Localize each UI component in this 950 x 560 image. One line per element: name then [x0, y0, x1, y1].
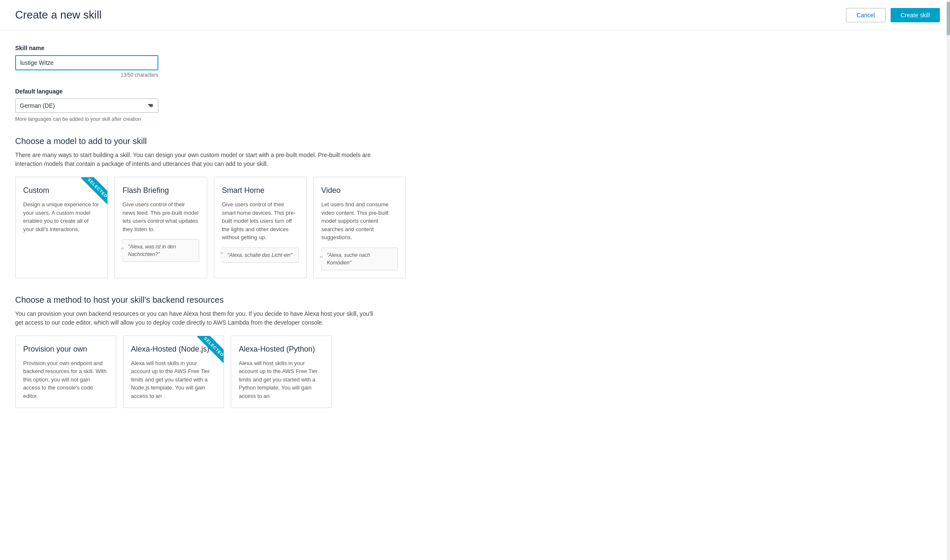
model-card-flash-briefing-desc: Give users control of their news feed. T…: [123, 200, 199, 233]
hosting-card-provision-title: Provision your own: [23, 344, 108, 355]
language-select-wrapper: German (DE) English (US) English (UK) Fr…: [15, 99, 158, 113]
skill-name-group: Skill name 13/50 characters: [15, 44, 532, 79]
hosting-card-python[interactable]: Alexa-Hosted (Python) Alexa will host sk…: [231, 336, 332, 408]
model-section-title: Choose a model to add to your skill: [15, 135, 532, 147]
char-count: 13/50 characters: [15, 71, 158, 79]
skill-name-label: Skill name: [15, 44, 532, 53]
scrollbar[interactable]: [947, 0, 950, 421]
model-card-custom[interactable]: SELECTED Custom Design a unique experien…: [15, 177, 108, 278]
model-section-desc: There are many ways to start building a …: [15, 151, 377, 168]
skill-name-input[interactable]: [15, 55, 158, 70]
model-card-smart-home-title: Smart Home: [222, 185, 299, 196]
default-language-label: Default language: [15, 87, 532, 96]
hosting-section-desc: You can provision your own backend resou…: [15, 309, 377, 327]
page-title: Create a new skill: [15, 7, 101, 23]
model-card-smart-home-example: "Alexa, schalte das Licht ein": [222, 248, 299, 263]
hosting-card-python-title: Alexa-Hosted (Python): [239, 344, 324, 355]
model-card-flash-briefing[interactable]: Flash Briefing Give users control of the…: [115, 177, 207, 278]
selected-badge-text-custom: SELECTED: [81, 177, 107, 205]
hosting-section-title: Choose a method to host your skill's bac…: [15, 293, 532, 306]
model-cards-container: SELECTED Custom Design a unique experien…: [15, 177, 532, 278]
hosting-card-python-desc: Alexa will host skills in your account u…: [239, 359, 324, 400]
create-skill-button[interactable]: Create skill: [891, 8, 940, 22]
scrollbar-thumb[interactable]: [947, 2, 950, 35]
model-card-flash-briefing-example: "Alexa, was ist in den Nachrichten?": [123, 239, 199, 262]
selected-badge-custom: SELECTED: [74, 177, 107, 211]
language-select[interactable]: German (DE) English (US) English (UK) Fr…: [15, 99, 158, 113]
cancel-button[interactable]: Cancel: [846, 8, 886, 22]
model-card-flash-briefing-title: Flash Briefing: [123, 185, 199, 196]
hosting-cards-container: Provision your own Provision your own en…: [15, 336, 532, 408]
model-card-smart-home[interactable]: Smart Home Give users control of their s…: [214, 177, 307, 278]
model-card-video-example: "Alexa, suche nach Komödien": [321, 248, 398, 270]
model-card-video-desc: Let users find and consume video content…: [321, 200, 398, 242]
default-language-group: Default language German (DE) English (US…: [15, 87, 532, 123]
language-hint: More languages can be added to your skil…: [15, 115, 532, 123]
model-card-video-title: Video: [321, 185, 398, 196]
model-card-video[interactable]: Video Let users find and consume video c…: [313, 177, 406, 278]
hosting-card-provision-desc: Provision your own endpoint and backend …: [23, 359, 108, 400]
model-card-smart-home-desc: Give users control of their smart home d…: [222, 200, 299, 242]
main-content: Skill name 13/50 characters Default lang…: [0, 30, 547, 421]
top-bar: Create a new skill Cancel Create skill: [0, 0, 950, 30]
top-actions: Cancel Create skill: [846, 8, 940, 22]
selected-badge-text-nodejs: SELECTED: [197, 336, 224, 363]
hosting-card-provision[interactable]: Provision your own Provision your own en…: [15, 336, 116, 408]
selected-badge-nodejs: SELECTED: [190, 336, 224, 370]
hosting-card-nodejs[interactable]: SELECTED Alexa-Hosted (Node.js) Alexa wi…: [123, 336, 224, 408]
